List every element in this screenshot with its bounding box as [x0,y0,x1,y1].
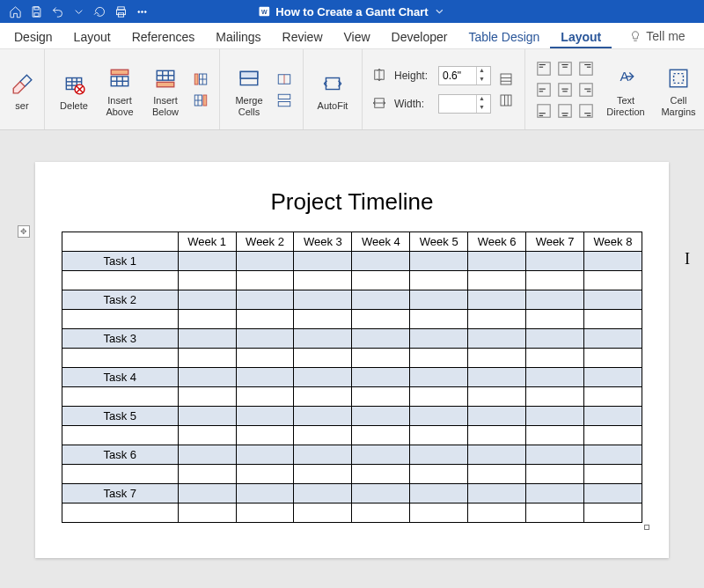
tab-design[interactable]: Design [4,25,63,48]
merge-cells-button[interactable]: Merge Cells [229,62,269,116]
blank-cell[interactable] [236,271,294,290]
align-mid-right[interactable] [576,80,596,99]
task-cell[interactable] [352,252,410,271]
blank-cell[interactable] [294,465,352,484]
blank-cell[interactable] [294,387,352,407]
task-label-cell[interactable]: Task 1 [62,252,179,271]
task-cell[interactable] [236,329,294,349]
blank-cell[interactable] [410,310,468,329]
task-blank-row[interactable] [62,503,642,523]
task-band-row[interactable]: Task 3 [62,329,642,349]
blank-cell[interactable] [178,349,236,368]
blank-cell[interactable] [294,310,352,329]
blank-cell[interactable] [352,503,410,523]
width-down[interactable]: ▼ [477,104,487,113]
week-header[interactable]: Week 4 [352,232,410,252]
task-cell[interactable] [526,407,584,426]
align-bot-left[interactable] [534,101,554,121]
blank-cell[interactable] [410,426,468,445]
task-cell[interactable] [294,484,352,503]
tab-layout-page[interactable]: Layout [63,25,121,48]
home-icon[interactable] [5,2,25,21]
task-cell[interactable] [294,329,352,349]
blank-cell[interactable] [410,503,468,523]
align-top-right[interactable] [576,59,596,78]
task-cell[interactable] [236,368,294,387]
blank-cell[interactable] [236,503,294,523]
blank-cell[interactable] [62,310,179,329]
blank-cell[interactable] [410,465,468,484]
blank-cell[interactable] [468,465,526,484]
blank-cell[interactable] [178,310,236,329]
blank-cell[interactable] [584,503,642,523]
week-header[interactable]: Week 3 [294,232,352,252]
task-cell[interactable] [468,368,526,387]
height-spinner[interactable]: ▲▼ [438,66,491,85]
task-label-cell[interactable]: Task 5 [62,407,179,426]
blank-cell[interactable] [584,465,642,484]
task-cell[interactable] [468,252,526,271]
task-cell[interactable] [526,484,584,503]
week-header[interactable]: Week 2 [236,232,294,252]
blank-cell[interactable] [468,349,526,368]
insert-right-button[interactable] [191,91,210,110]
blank-cell[interactable] [352,465,410,484]
task-cell[interactable] [178,368,236,387]
split-cells-button[interactable] [275,70,294,89]
blank-cell[interactable] [178,387,236,407]
task-band-row[interactable]: Task 4 [62,368,642,387]
blank-cell[interactable] [62,465,179,484]
task-cell[interactable] [294,445,352,465]
blank-cell[interactable] [410,349,468,368]
task-cell[interactable] [468,484,526,503]
header-row[interactable]: Week 1Week 2Week 3Week 4Week 5Week 6Week… [62,232,642,252]
width-up[interactable]: ▲ [477,95,487,104]
task-band-row[interactable]: Task 1 [62,252,642,271]
align-bot-center[interactable] [555,101,575,121]
task-cell[interactable] [410,445,468,465]
week-header[interactable]: Week 8 [584,232,642,252]
blank-cell[interactable] [352,387,410,407]
task-cell[interactable] [236,407,294,426]
insert-below-button[interactable]: Insert Below [145,62,186,116]
task-cell[interactable] [236,252,294,271]
width-input[interactable] [439,98,476,110]
tab-developer[interactable]: Developer [381,25,458,48]
table-body[interactable]: Task 1Task 2Task 3Task 4Task 5Task 6Task… [62,252,642,523]
blank-cell[interactable] [178,426,236,445]
task-cell[interactable] [294,407,352,426]
task-band-row[interactable]: Task 7 [62,484,642,503]
task-cell[interactable] [526,445,584,465]
task-blank-row[interactable] [62,465,642,484]
document-area[interactable]: ✥ Project Timeline Week 1Week 2Week 3Wee… [0,130,704,588]
task-blank-row[interactable] [62,426,642,445]
blank-cell[interactable] [236,387,294,407]
task-label-cell[interactable]: Task 7 [62,484,179,503]
blank-cell[interactable] [62,349,179,368]
task-cell[interactable] [410,290,468,310]
text-direction-button[interactable]: A Text Direction [601,62,650,116]
blank-cell[interactable] [352,349,410,368]
task-cell[interactable] [352,445,410,465]
tab-review[interactable]: Review [272,25,334,48]
blank-cell[interactable] [468,387,526,407]
week-header[interactable]: Week 7 [526,232,584,252]
task-cell[interactable] [352,329,410,349]
blank-cell[interactable] [468,310,526,329]
blank-cell[interactable] [178,271,236,290]
task-cell[interactable] [178,484,236,503]
corner-cell[interactable] [62,232,179,252]
align-mid-left[interactable] [534,80,554,99]
blank-cell[interactable] [352,271,410,290]
task-cell[interactable] [178,252,236,271]
task-cell[interactable] [468,290,526,310]
task-cell[interactable] [294,252,352,271]
task-cell[interactable] [352,290,410,310]
blank-cell[interactable] [62,271,179,290]
blank-cell[interactable] [294,349,352,368]
week-header[interactable]: Week 6 [468,232,526,252]
task-band-row[interactable]: Task 6 [62,445,642,465]
height-down[interactable]: ▼ [477,76,487,85]
blank-cell[interactable] [62,503,179,523]
task-label-cell[interactable]: Task 4 [62,368,179,387]
